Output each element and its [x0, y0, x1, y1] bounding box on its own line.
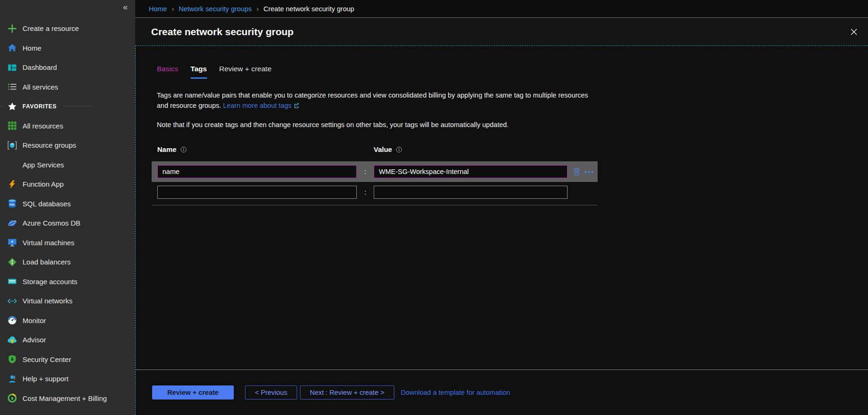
- breadcrumb-current: Create network security group: [263, 5, 354, 13]
- sidebar-items: Create a resourceHomeDashboardAll servic…: [0, 0, 135, 408]
- sidebar-item-label: Home: [23, 44, 41, 52]
- sidebar-item-label: Dashboard: [23, 63, 57, 71]
- tab-tags[interactable]: Tags: [191, 65, 207, 79]
- star-icon: [8, 102, 17, 111]
- svg-text:$: $: [11, 396, 14, 400]
- sidebar-item-security-center[interactable]: Security Center: [0, 350, 135, 370]
- grid-icon: [8, 121, 17, 130]
- diamond-icon: [8, 257, 17, 267]
- database-icon: SQL: [8, 199, 17, 208]
- cube-icon: [8, 141, 17, 150]
- sidebar-item-label: Virtual networks: [23, 297, 72, 305]
- value-column-header: Value: [374, 145, 402, 153]
- chevron-right-icon: ›: [256, 5, 259, 13]
- monitor-icon: [8, 238, 17, 247]
- download-template-link[interactable]: Download a template for automation: [401, 389, 510, 396]
- sidebar-item-help-support[interactable]: Help + support: [0, 369, 135, 389]
- tag-name-input[interactable]: [157, 186, 357, 199]
- tab-bar: Basics Tags Review + create: [157, 65, 849, 79]
- sidebar-item-label: Virtual machines: [23, 239, 75, 247]
- page-title: Create network security group: [151, 26, 293, 38]
- sidebar-item-label: All resources: [23, 122, 63, 130]
- sidebar-item-label: Security Center: [23, 355, 71, 363]
- sidebar-item-all-resources[interactable]: All resources: [0, 116, 135, 136]
- sidebar-item-dashboard[interactable]: Dashboard: [0, 58, 135, 77]
- sidebar-item-sql-databases[interactable]: SQLSQL databases: [0, 194, 135, 214]
- plus-icon: [8, 24, 17, 33]
- sidebar-item-label: Azure Cosmos DB: [23, 219, 80, 227]
- trash-icon[interactable]: [573, 167, 581, 176]
- review-create-button[interactable]: Review + create: [152, 385, 234, 400]
- sidebar-item-azure-cosmos-db[interactable]: Azure Cosmos DB: [0, 213, 135, 233]
- close-icon[interactable]: [850, 28, 858, 36]
- sidebar-item-create-a-resource[interactable]: Create a resource: [0, 19, 135, 38]
- breadcrumb-home[interactable]: Home: [149, 5, 167, 13]
- azure-portal: « Create a resourceHomeDashboardAll serv…: [0, 0, 868, 415]
- tag-row: :: [152, 183, 598, 202]
- sidebar-item-label: FAVORITES: [23, 103, 57, 110]
- lightning-icon: [8, 180, 17, 189]
- chevron-right-icon: ›: [172, 5, 174, 13]
- sidebar-item-label: Storage accounts: [23, 278, 77, 286]
- sidebar-item-label: Cost Management + Billing: [23, 394, 107, 402]
- sidebar-item-virtual-machines[interactable]: Virtual machines: [0, 233, 135, 253]
- sidebar-item-app-services[interactable]: App Services: [0, 155, 135, 175]
- sidebar-item-all-services[interactable]: All services: [0, 77, 135, 97]
- sidebar-item-label: Resource groups: [23, 141, 76, 149]
- dashboard-icon: [8, 63, 17, 72]
- tab-basics[interactable]: Basics: [157, 65, 178, 79]
- breadcrumb: Home › Network security groups › Create …: [135, 0, 868, 17]
- tag-value-input[interactable]: [374, 165, 568, 178]
- svg-text:SQL: SQL: [9, 203, 15, 206]
- sidebar-item-virtual-networks[interactable]: Virtual networks: [0, 291, 135, 311]
- sidebar-item-advisor[interactable]: Advisor: [0, 330, 135, 350]
- tags-table: Name Value :: [152, 145, 598, 205]
- home-icon: [8, 43, 17, 53]
- sidebar-item-monitor[interactable]: Monitor: [0, 311, 135, 331]
- globe-icon: [8, 160, 17, 169]
- next-button[interactable]: Next : Review + create >: [300, 385, 394, 400]
- tags-description-text: Tags are name/value pairs that enable yo…: [157, 91, 588, 109]
- network-icon: [8, 296, 17, 306]
- sidebar-item-label: Advisor: [23, 336, 46, 344]
- sidebar-item-resource-groups[interactable]: Resource groups: [0, 136, 135, 155]
- info-icon[interactable]: [396, 146, 402, 153]
- footer-bar: Review + create < Previous Next : Review…: [136, 370, 868, 415]
- tags-table-headers: Name Value: [152, 145, 598, 153]
- tags-description: Tags are name/value pairs that enable yo…: [157, 90, 593, 111]
- sidebar-section-favorites: FAVORITES: [0, 97, 135, 116]
- sidebar-item-label: Help + support: [23, 375, 69, 383]
- collapse-sidebar-icon[interactable]: «: [123, 3, 128, 11]
- sidebar: « Create a resourceHomeDashboardAll serv…: [0, 0, 135, 415]
- sidebar-item-storage-accounts[interactable]: Storage accounts: [0, 272, 135, 292]
- tag-name-input[interactable]: [157, 165, 357, 178]
- wizard-nav-buttons: < Previous Next : Review + create >: [245, 385, 394, 400]
- shield-icon: [8, 355, 17, 364]
- support-icon: [8, 374, 17, 384]
- title-bar: Create network security group: [135, 17, 868, 45]
- sidebar-item-home[interactable]: Home: [0, 38, 135, 58]
- sidebar-item-label: Create a resource: [23, 24, 79, 32]
- sidebar-item-function-app[interactable]: Function App: [0, 174, 135, 194]
- tag-value-input[interactable]: [374, 186, 568, 199]
- sidebar-item-label: Monitor: [23, 317, 46, 324]
- ellipsis-icon[interactable]: •••: [584, 168, 595, 175]
- breadcrumb-network-security-groups[interactable]: Network security groups: [179, 5, 252, 13]
- create-nsg-pane: Basics Tags Review + create Tags are nam…: [135, 45, 868, 415]
- sidebar-item-load-balancers[interactable]: Load balancers: [0, 252, 135, 272]
- info-icon[interactable]: [180, 146, 187, 153]
- tag-separator: :: [357, 189, 374, 196]
- tags-note: Note that if you create tags and then ch…: [157, 121, 849, 128]
- storage-icon: [8, 277, 17, 286]
- advisor-icon: [8, 335, 17, 345]
- planet-icon: [8, 219, 17, 228]
- tab-review-create[interactable]: Review + create: [219, 65, 272, 79]
- previous-button[interactable]: < Previous: [245, 385, 297, 400]
- sidebar-item-cost-management-billing[interactable]: $Cost Management + Billing: [0, 389, 135, 408]
- sidebar-item-label: All services: [23, 83, 58, 91]
- sidebar-item-label: App Services: [23, 161, 64, 169]
- external-link-icon: [293, 101, 300, 107]
- learn-more-link[interactable]: Learn more about tags: [223, 102, 300, 109]
- gauge-icon: [8, 316, 17, 325]
- table-divider: [152, 205, 598, 205]
